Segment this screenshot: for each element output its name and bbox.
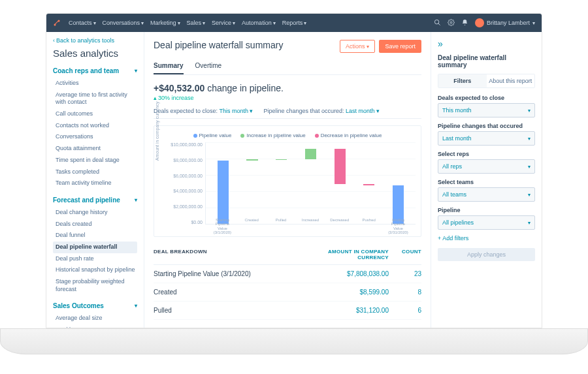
filter-select[interactable]: All pipelines▾	[438, 215, 535, 230]
nav-item[interactable]: Automation ▾	[242, 20, 276, 26]
nav-item[interactable]: Marketing ▾	[150, 20, 180, 26]
gear-icon[interactable]	[448, 19, 455, 27]
filter-label: Deals expected to close	[438, 95, 535, 101]
filter-select[interactable]: All teams▾	[438, 187, 535, 202]
actions-button[interactable]: Actions ▾	[340, 40, 376, 53]
caret-down-icon: ▾	[528, 136, 531, 142]
sidebar-item[interactable]: Average deal size	[53, 313, 137, 324]
y-tick: $2,000,000.00	[159, 204, 203, 209]
nav-item[interactable]: Conversations ▾	[103, 20, 144, 26]
sidebar-item[interactable]: Call outcomes	[53, 108, 137, 120]
legend-decrease: Decrease in pipeline value	[315, 132, 382, 138]
sidebar-item[interactable]: Time spent in deal stage	[53, 155, 137, 166]
y-tick: $4,000,000.00	[159, 189, 203, 193]
sidebar-item[interactable]: Tasks completed	[53, 166, 137, 178]
caret-down-icon: ▾	[528, 108, 531, 114]
sidebar-title: Sales analytics	[53, 48, 137, 59]
nav-item[interactable]: Contacts ▾	[69, 20, 96, 26]
svg-line-4	[438, 23, 440, 25]
back-link-text: Back to analytics tools	[56, 37, 114, 44]
filter-select[interactable]: All reps▾	[438, 159, 535, 174]
panel-tab-about[interactable]: About this report	[487, 74, 535, 87]
svg-rect-2	[54, 20, 58, 24]
legend-pipeline-value: Pipeline value	[193, 132, 232, 138]
nav-item[interactable]: Sales ▾	[187, 20, 206, 26]
x-tick: Starting Pipeline Value (3/1/2020)	[211, 218, 234, 235]
sidebar-section-header[interactable]: Coach reps and team▾	[53, 65, 137, 76]
breakdown-table: DEAL BREAKDOWN AMOUNT IN COMPANY CURRENC…	[154, 245, 421, 320]
legend-increase: Increase in pipeline value	[240, 132, 305, 138]
chart-bar	[241, 142, 263, 224]
panel-tab-filters[interactable]: Filters	[438, 74, 487, 87]
metric-headline: +$40,532.00 change in pipeline.	[154, 83, 421, 93]
search-icon[interactable]	[434, 19, 441, 27]
avatar	[475, 18, 484, 27]
sidebar-item[interactable]: Quota attainment	[53, 143, 137, 155]
metric-sub: ▴ 30% increase	[154, 95, 421, 101]
app-screen: Contacts ▾Conversations ▾Marketing ▾Sale…	[46, 13, 542, 328]
apply-changes-button[interactable]: Apply changes	[438, 248, 535, 261]
add-filters-link[interactable]: + Add filters	[438, 235, 535, 242]
nav-item[interactable]: Reports ▾	[282, 20, 307, 26]
cell-amount: $8,599.00	[296, 288, 389, 296]
cell-count: 8	[389, 288, 421, 296]
chart-bar	[358, 142, 380, 224]
table-row: Pulled$31,120.006	[154, 302, 421, 320]
waterfall-chart: Amount in company currency $10,000,000.0…	[159, 142, 416, 234]
chevron-down-icon: ▾	[273, 20, 276, 26]
chevron-down-icon: ▾	[203, 20, 205, 26]
chevron-down-icon: ▾	[178, 20, 180, 26]
save-report-button[interactable]: Save report	[379, 40, 421, 53]
th-count: COUNT	[389, 249, 421, 260]
metric-text: change in pipeline.	[207, 83, 284, 93]
metric-sub-text: 30% increase	[158, 95, 194, 101]
sidebar-section-header[interactable]: Forecast and pipeline▾	[53, 195, 137, 206]
sidebar: ‹ Back to analytics tools Sales analytic…	[46, 32, 144, 328]
sidebar-item[interactable]: Deal change history	[53, 207, 137, 219]
caret-down-icon: ▾	[528, 164, 531, 170]
inline-filter[interactable]: Pipeline changes that occured: Last mont…	[263, 108, 380, 114]
filter-label: Pipeline changes that occured	[438, 123, 535, 129]
y-tick: $8,000,000.00	[159, 158, 203, 163]
chart-container: Pipeline value Increase in pipeline valu…	[154, 125, 421, 237]
collapse-panel-icon[interactable]: »	[438, 39, 535, 49]
sidebar-item[interactable]: Stage probability weighted forecast	[53, 276, 137, 295]
hubspot-logo-icon[interactable]	[53, 19, 61, 27]
tab-summary[interactable]: Summary	[154, 58, 184, 74]
sidebar-item[interactable]: Team activity timeline	[53, 178, 137, 189]
sidebar-item[interactable]: Contacts not worked	[53, 120, 137, 132]
tab-overtime[interactable]: Overtime	[195, 58, 222, 74]
sidebar-item[interactable]: Deal funnel	[53, 230, 137, 242]
sidebar-item[interactable]: Activities	[53, 78, 137, 89]
nav-item[interactable]: Service ▾	[212, 20, 235, 26]
bell-icon[interactable]	[461, 19, 468, 27]
panel-title: Deal pipeline waterfall summary	[438, 54, 535, 69]
caret-up-icon: ▴	[154, 95, 157, 101]
cell-label: Pulled	[154, 307, 296, 314]
x-axis-labels: Starting Pipeline Value (3/1/2020)Create…	[205, 218, 416, 235]
x-tick: Ending Pipeline Value (3/31/2020)	[387, 218, 410, 235]
sidebar-item[interactable]: Conversations	[53, 131, 137, 143]
th-breakdown: DEAL BREAKDOWN	[154, 249, 296, 260]
chart-bar	[212, 142, 234, 224]
x-tick: Pushed	[357, 218, 380, 235]
svg-point-5	[450, 22, 452, 23]
back-link[interactable]: ‹ Back to analytics tools	[53, 37, 137, 44]
sidebar-item[interactable]: Historical snapshot by pipeline	[53, 264, 137, 276]
x-tick: Created	[240, 218, 263, 235]
chevron-down-icon: ▾	[304, 20, 306, 26]
chart-bar	[299, 142, 321, 224]
chevron-down-icon: ▾	[233, 20, 235, 26]
sidebar-item[interactable]: Deal push rate	[53, 253, 137, 265]
sidebar-item[interactable]: Deal pipeline waterfall	[53, 242, 137, 253]
inline-filter[interactable]: Deals expected to close: This month ▾	[154, 108, 253, 114]
x-tick: Increased	[299, 218, 322, 235]
sidebar-item[interactable]: Deal loss reasons	[53, 324, 137, 328]
sidebar-item[interactable]: Deals created	[53, 219, 137, 230]
user-menu[interactable]: Brittany Lambert ▾	[475, 18, 535, 27]
filter-select[interactable]: Last month▾	[438, 131, 535, 146]
sidebar-item[interactable]: Average time to first activity with cont…	[53, 89, 137, 108]
filter-select[interactable]: This month▾	[438, 103, 535, 117]
sidebar-section-header[interactable]: Sales Outcomes▾	[53, 300, 137, 311]
chart-bar	[329, 142, 351, 224]
